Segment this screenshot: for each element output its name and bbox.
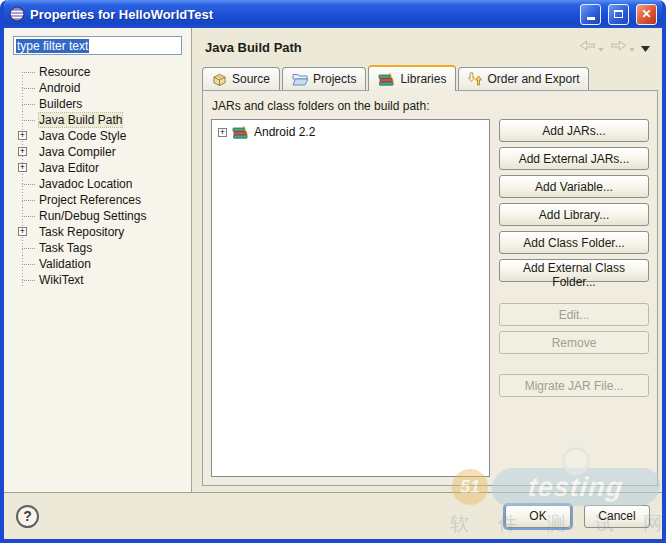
sidebar-item-builders[interactable]: Builders [13, 96, 182, 112]
view-menu-button[interactable] [639, 37, 652, 57]
sidebar-item-label: Javadoc Location [39, 177, 132, 191]
sidebar-item-label: Java Editor [39, 161, 99, 175]
back-button[interactable] [577, 37, 606, 57]
sidebar-item-label: Validation [39, 257, 91, 271]
sidebar-item-label: Builders [39, 97, 82, 111]
sidebar-item-label: Java Compiler [39, 145, 116, 159]
minimize-icon [587, 17, 595, 20]
sidebar-item-run-debug-settings[interactable]: Run/Debug Settings [13, 208, 182, 224]
filter-input-value: type filter text [16, 39, 89, 53]
expand-plus-icon[interactable]: + [18, 163, 27, 172]
build-path-tabs: SourceProjectsLibrariesOrder and Export [192, 60, 662, 90]
migrate-jar-file-button: Migrate JAR File... [499, 374, 649, 397]
back-dropdown-icon [598, 38, 604, 56]
add-external-jars-button[interactable]: Add External JARs... [499, 147, 649, 170]
sidebar-item-android[interactable]: Android [13, 80, 182, 96]
properties-tree: ResourceAndroidBuildersJava Build Path+J… [13, 64, 182, 492]
cancel-button[interactable]: Cancel [584, 505, 650, 528]
tab-projects[interactable]: Projects [282, 67, 366, 90]
order-export-icon [468, 72, 482, 86]
close-icon: ✕ [641, 8, 651, 20]
sidebar-item-label: Run/Debug Settings [39, 209, 146, 223]
forward-button[interactable] [608, 37, 637, 57]
sidebar-item-javadoc-location[interactable]: Javadoc Location [13, 176, 182, 192]
sidebar-item-java-build-path[interactable]: Java Build Path [13, 112, 182, 128]
remove-button: Remove [499, 331, 649, 354]
tab-label: Order and Export [487, 72, 579, 86]
filter-input[interactable]: type filter text [13, 36, 182, 55]
jar-list[interactable]: +Android 2.2 [211, 119, 490, 477]
list-item-android-2-2[interactable]: +Android 2.2 [212, 120, 489, 139]
properties-dialog: Properties for HelloWorldTest ✕ type fil… [0, 0, 666, 543]
list-item-label: Android 2.2 [254, 125, 315, 139]
forward-icon [610, 38, 627, 56]
window-title: Properties for HelloWorldTest [30, 7, 573, 22]
add-variable-button[interactable]: Add Variable... [499, 175, 649, 198]
add-class-folder-button[interactable]: Add Class Folder... [499, 231, 649, 254]
dialog-body: type filter text ResourceAndroidBuilders… [4, 28, 662, 492]
page-title: Java Build Path [205, 40, 577, 55]
minimize-button[interactable] [580, 4, 601, 25]
view-menu-icon [641, 38, 650, 56]
sidebar-item-project-references[interactable]: Project References [13, 192, 182, 208]
edit-button: Edit... [499, 303, 649, 326]
sidebar-item-validation[interactable]: Validation [13, 256, 182, 272]
tab-source[interactable]: Source [202, 67, 280, 90]
help-button[interactable]: ? [16, 505, 39, 528]
add-library-button[interactable]: Add Library... [499, 203, 649, 226]
dialog-footer: ? OK Cancel [4, 492, 662, 539]
libraries-content: +Android 2.2 Add JARs...Add External JAR… [211, 119, 649, 477]
library-icon [232, 125, 249, 139]
add-jars-button[interactable]: Add JARs... [499, 119, 649, 142]
sidebar-item-task-repository[interactable]: +Task Repository [13, 224, 182, 240]
tab-label: Libraries [400, 72, 446, 86]
sidebar-item-java-code-style[interactable]: +Java Code Style [13, 128, 182, 144]
folder-icon [292, 73, 308, 86]
sidebar-item-label: Java Build Path [39, 113, 122, 127]
tab-label: Source [232, 72, 270, 86]
sidebar-item-resource[interactable]: Resource [13, 64, 182, 80]
tab-label: Projects [313, 72, 356, 86]
expand-plus-icon[interactable]: + [18, 131, 27, 140]
header-nav [577, 37, 652, 57]
add-external-class-folder-button[interactable]: Add External Class Folder... [499, 259, 649, 282]
expand-plus-icon[interactable]: + [18, 227, 27, 236]
ok-button[interactable]: OK [505, 505, 571, 528]
expand-plus-icon[interactable]: + [18, 147, 27, 156]
tab-order-and-export[interactable]: Order and Export [458, 67, 589, 90]
sidebar-item-label: Task Repository [39, 225, 124, 239]
expand-plus-icon[interactable]: + [218, 128, 227, 137]
back-icon [579, 38, 596, 56]
sidebar-item-java-compiler[interactable]: +Java Compiler [13, 144, 182, 160]
sidebar-item-task-tags[interactable]: Task Tags [13, 240, 182, 256]
maximize-button[interactable] [608, 4, 629, 25]
forward-dropdown-icon [629, 38, 635, 56]
sidebar-item-label: Android [39, 81, 80, 95]
titlebar[interactable]: Properties for HelloWorldTest ✕ [4, 0, 662, 28]
maximize-icon [614, 10, 623, 18]
libraries-tab-panel: JARs and class folders on the build path… [202, 90, 658, 486]
sidebar-item-label: Resource [39, 65, 90, 79]
page-header: Java Build Path [192, 28, 662, 60]
sidebar: type filter text ResourceAndroidBuilders… [4, 28, 192, 492]
tab-libraries[interactable]: Libraries [368, 65, 456, 91]
library-actions: Add JARs...Add External JARs...Add Varia… [499, 119, 649, 477]
close-button[interactable]: ✕ [636, 4, 657, 25]
sidebar-item-label: Task Tags [39, 241, 92, 255]
sidebar-item-java-editor[interactable]: +Java Editor [13, 160, 182, 176]
build-path-label: JARs and class folders on the build path… [212, 99, 649, 113]
sidebar-item-label: Java Code Style [39, 129, 126, 143]
sidebar-item-label: Project References [39, 193, 141, 207]
eclipse-icon [9, 6, 25, 22]
sidebar-item-label: WikiText [39, 273, 84, 287]
package-icon [212, 72, 227, 86]
sidebar-item-wikitext[interactable]: WikiText [13, 272, 182, 288]
main-panel: Java Build Path SourceProjectsLibrari [192, 28, 662, 492]
library-icon [378, 72, 395, 86]
